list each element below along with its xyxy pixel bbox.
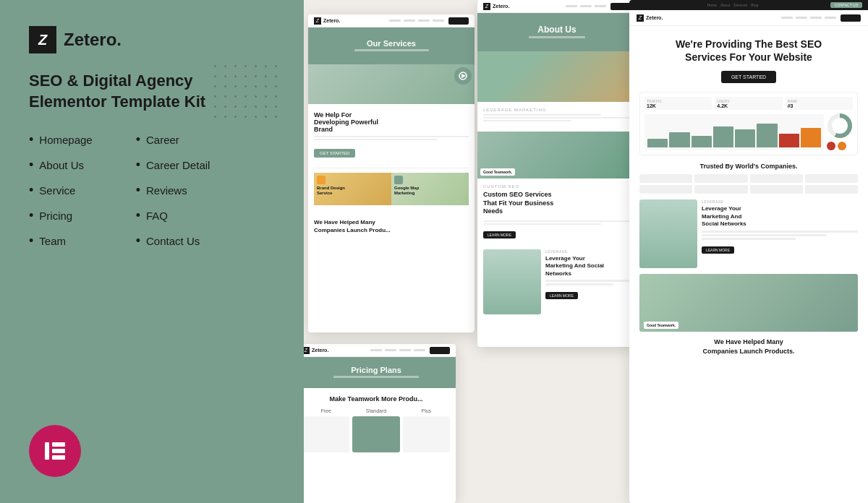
pricing-col-free: Free xyxy=(304,408,349,413)
seo-leverage-btn[interactable]: LEARN MORE xyxy=(702,246,734,254)
services-hero-title: Our Services xyxy=(317,39,466,48)
circle-red xyxy=(827,142,835,150)
trusted-logo-4 xyxy=(805,174,858,183)
nav-item-career-detail[interactable]: Career Detail xyxy=(136,158,210,173)
seo-leverage-content: LEVERAGE Leverage YourMarketing AndSocia… xyxy=(702,199,858,268)
seo-leverage-section: LEVERAGE Leverage YourMarketing AndSocia… xyxy=(639,199,858,268)
svg-rect-3 xyxy=(52,455,65,460)
logo-box: Z xyxy=(29,26,56,53)
services-btn[interactable]: GET STARTED xyxy=(314,149,355,158)
services-sub-photos: Brand DesignService Google MapMarketing xyxy=(314,173,469,205)
trusted-logo-3 xyxy=(750,174,803,183)
pricing-columns: Free Standard Plus xyxy=(304,408,450,452)
seo-nav-links: Home About Services Blog xyxy=(635,3,830,7)
seo-teamwork-photo: Good Teamwork. xyxy=(639,274,858,332)
stat-2: USERS 4.2K xyxy=(715,97,782,110)
logo-letter: Z xyxy=(38,32,47,48)
nav-item-pricing[interactable]: Pricing xyxy=(29,208,93,223)
services-bottom: We Have Helped ManyCompanies Launch Prod… xyxy=(308,218,475,234)
pricing-logo-mini: Z Zetero. xyxy=(304,347,328,354)
pricing-logo-box: Z xyxy=(304,347,310,354)
seo-get-started-btn[interactable]: GET STARTED xyxy=(721,71,776,83)
about-seo-title: Custom SEO ServicesThat Fit Your Busines… xyxy=(483,191,631,216)
seo-dark-bar: Home About Services Blog CONTACT US xyxy=(629,0,868,10)
main-container: Z Zetero. SEO & Digital AgencyElementor … xyxy=(0,0,868,503)
circle-badges xyxy=(827,113,853,150)
circle-orange xyxy=(838,142,846,150)
nav-col2: Career Career Detail Reviews FAQ Contact… xyxy=(136,132,210,259)
seo-main-title: We're Providing The Best SEOServices For… xyxy=(639,38,858,64)
svg-rect-0 xyxy=(45,442,49,460)
dashboard-chart-row xyxy=(644,113,853,150)
nav-lists: Homepage About Us Service Pricing Team C… xyxy=(29,132,275,259)
nav-item-faq[interactable]: FAQ xyxy=(136,208,210,223)
pricing-hero-sub xyxy=(305,376,447,378)
elementor-icon xyxy=(41,437,69,465)
donut-chart xyxy=(827,113,853,139)
nav-item-about[interactable]: About Us xyxy=(29,158,93,173)
about-leverage-section: LEVERAGE Leverage YourMarketing And Soci… xyxy=(477,249,637,320)
stat-1: TRAFFIC 12K xyxy=(644,97,712,110)
right-area: Z Zetero. Pricing Plans Make Teamwork xyxy=(304,0,868,503)
nav-item-homepage[interactable]: Homepage xyxy=(29,132,93,147)
card-about: Z Zetero. About Us LEVER xyxy=(477,0,637,347)
services-card-header: Z Zetero. xyxy=(308,14,475,27)
about-hero-title: About Us xyxy=(486,25,628,35)
pricing-tagline: Make Teamwork More Produ... xyxy=(304,395,450,403)
trusted-logo-2 xyxy=(694,174,747,183)
seo-leverage-title: Leverage YourMarketing AndSocial Network… xyxy=(702,205,858,228)
dashboard-stats-row: TRAFFIC 12K USERS 4.2K RANK #3 xyxy=(644,97,853,110)
about-card-header: Z Zetero. xyxy=(477,0,637,13)
nav-item-service[interactable]: Service xyxy=(29,183,93,198)
leverage-btn[interactable]: LEARN MORE xyxy=(545,292,578,299)
logo-area: Z Zetero. xyxy=(29,26,275,53)
services-hero: Our Services xyxy=(308,27,475,64)
seo-good-teamwork-badge: Good Teamwork. xyxy=(644,322,678,329)
services-content: We Help ForDeveloping PowerfulBrand GET … xyxy=(308,104,475,212)
trusted-logo-7 xyxy=(750,185,803,194)
nav-item-reviews[interactable]: Reviews xyxy=(136,183,210,198)
svg-rect-1 xyxy=(52,442,65,447)
google-icon xyxy=(394,176,403,184)
about-seo-section: CUSTOM SEO Custom SEO ServicesThat Fit Y… xyxy=(477,179,637,245)
card-seo: Home About Services Blog CONTACT US Z Ze… xyxy=(629,0,868,503)
brand-icon xyxy=(317,176,326,184)
pricing-brand-text: Zetero. xyxy=(312,348,328,353)
pricing-hero: Pricing Plans xyxy=(304,357,456,388)
services-section-sub xyxy=(314,136,469,140)
services-section-title: We Help ForDeveloping PowerfulBrand xyxy=(314,111,469,133)
about-photo-teamwork: Good Teamwork. xyxy=(477,132,637,179)
about-hero: About Us xyxy=(477,13,637,51)
trusted-logo-6 xyxy=(694,185,747,194)
trusted-logo-8 xyxy=(805,185,858,194)
brand-service-title: Brand DesignService xyxy=(317,186,388,196)
dot-pattern xyxy=(214,65,282,123)
svg-marker-5 xyxy=(461,74,466,78)
stat-3: RANK #3 xyxy=(786,97,853,110)
nav-item-career[interactable]: Career xyxy=(136,132,210,147)
trusted-logo-5 xyxy=(639,185,692,194)
trusted-logos xyxy=(639,174,858,194)
about-content: LEVERAGE MARKETING xyxy=(477,102,637,132)
card-pricing: Z Zetero. Pricing Plans Make Teamwork xyxy=(304,344,456,503)
svg-rect-2 xyxy=(52,449,65,453)
nav-item-team[interactable]: Team xyxy=(29,233,93,249)
good-teamwork-badge: Good Teamwork. xyxy=(480,168,515,176)
seo-contact-btn[interactable]: CONTACT US xyxy=(830,2,862,8)
pricing-col-plus: Plus xyxy=(403,408,450,413)
leverage-content: LEVERAGE Leverage YourMarketing And Soci… xyxy=(545,249,631,314)
pricing-hero-title: Pricing Plans xyxy=(305,366,447,374)
brand-name: Zetero. xyxy=(64,30,122,50)
pricing-col-standard: Standard xyxy=(352,408,399,413)
nav-item-contact[interactable]: Contact Us xyxy=(136,233,210,249)
about-learn-btn[interactable]: LEARN MORE xyxy=(483,231,516,238)
services-bottom-text: We Have Helped ManyCompanies Launch Prod… xyxy=(314,218,469,234)
trusted-title: Trusted By World's Companies. xyxy=(639,163,858,170)
elementor-badge xyxy=(29,425,81,477)
trusted-logo-1 xyxy=(639,174,692,183)
leverage-title: Leverage YourMarketing And SocialNetwork… xyxy=(545,255,631,278)
seo-header-bar: Z Zetero. xyxy=(629,10,868,26)
leverage-photo xyxy=(483,249,541,314)
about-seo-label: CUSTOM SEO xyxy=(483,184,631,189)
google-service-title: Google MapMarketing xyxy=(394,186,466,196)
